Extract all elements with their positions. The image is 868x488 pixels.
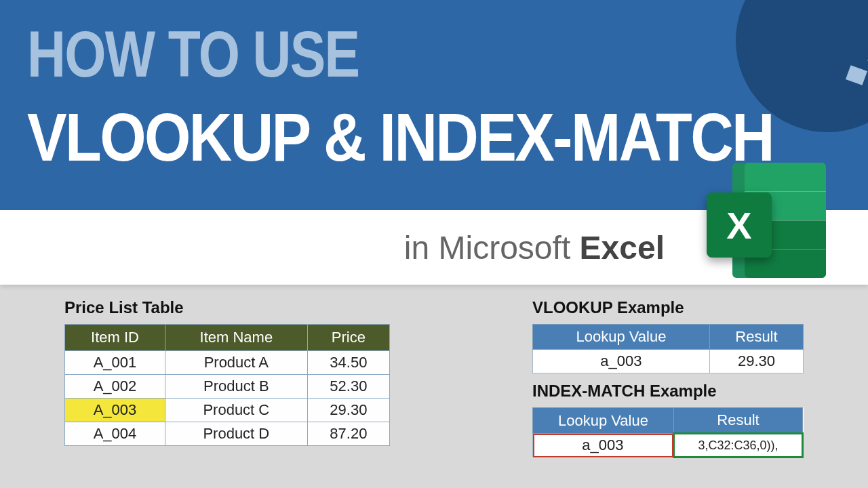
col-item-id[interactable]: Item ID xyxy=(65,325,165,351)
cell-price[interactable]: 29.30 xyxy=(307,399,389,422)
table-row: A_003Product C29.30 xyxy=(65,399,390,422)
indexmatch-col-result[interactable]: Result xyxy=(673,408,802,434)
examples-panel: VLOOKUP Example Lookup Value Result a_00… xyxy=(532,298,804,488)
cell-name[interactable]: Product D xyxy=(165,422,307,446)
cell-name[interactable]: Product A xyxy=(165,351,307,375)
subtitle-text: in Microsoft Excel xyxy=(404,229,665,266)
cell-id[interactable]: A_003 xyxy=(65,399,165,422)
indexmatch-col-lookup[interactable]: Lookup Value xyxy=(533,408,674,434)
table-row: a_003 29.30 xyxy=(533,350,804,373)
indexmatch-lookup-cell[interactable]: a_003 xyxy=(533,434,674,458)
price-list-panel: Price List Table Item ID Item Name Price… xyxy=(64,298,390,488)
cell-name[interactable]: Product C xyxy=(165,399,307,422)
brand-logo xyxy=(726,0,868,142)
table-row: A_004Product D87.20 xyxy=(65,422,390,446)
cell-price[interactable]: 87.20 xyxy=(307,422,389,446)
cell-name[interactable]: Product B xyxy=(165,375,307,399)
indexmatch-title: INDEX-MATCH Example xyxy=(532,382,804,401)
table-row: A_002Product B52.30 xyxy=(65,375,390,399)
table-row: a_003 3,C32:C36,0)), xyxy=(533,434,803,458)
cell-price[interactable]: 34.50 xyxy=(307,351,389,375)
vlookup-result-cell[interactable]: 29.30 xyxy=(709,350,803,373)
vlookup-lookup-cell[interactable]: a_003 xyxy=(533,350,710,373)
banner-line2: VLOOKUP & INDEX-MATCH xyxy=(27,98,773,176)
price-list-title: Price List Table xyxy=(64,298,390,317)
indexmatch-result-cell[interactable]: 3,C32:C36,0)), xyxy=(673,434,802,458)
excel-x-letter: X xyxy=(726,203,751,247)
vlookup-title: VLOOKUP Example xyxy=(532,298,804,317)
excel-icon: X xyxy=(692,163,827,291)
subtitle-prefix: in Microsoft xyxy=(404,230,580,266)
subtitle-strong: Excel xyxy=(580,230,665,266)
table-row: A_001Product A34.50 xyxy=(65,351,390,375)
col-price[interactable]: Price xyxy=(307,325,389,351)
cell-price[interactable]: 52.30 xyxy=(307,375,389,399)
vlookup-table: Lookup Value Result a_003 29.30 xyxy=(532,324,804,373)
price-list-table: Item ID Item Name Price A_001Product A34… xyxy=(64,324,390,446)
indexmatch-table: Lookup Value Result a_003 3,C32:C36,0)), xyxy=(532,407,804,458)
cell-id[interactable]: A_001 xyxy=(65,351,165,375)
cell-id[interactable]: A_002 xyxy=(65,375,165,399)
col-item-name[interactable]: Item Name xyxy=(165,325,307,351)
banner-line1: HOW TO USE xyxy=(27,17,359,92)
vlookup-col-result[interactable]: Result xyxy=(709,325,803,350)
vlookup-col-lookup[interactable]: Lookup Value xyxy=(533,325,710,350)
cell-id[interactable]: A_004 xyxy=(65,422,165,446)
